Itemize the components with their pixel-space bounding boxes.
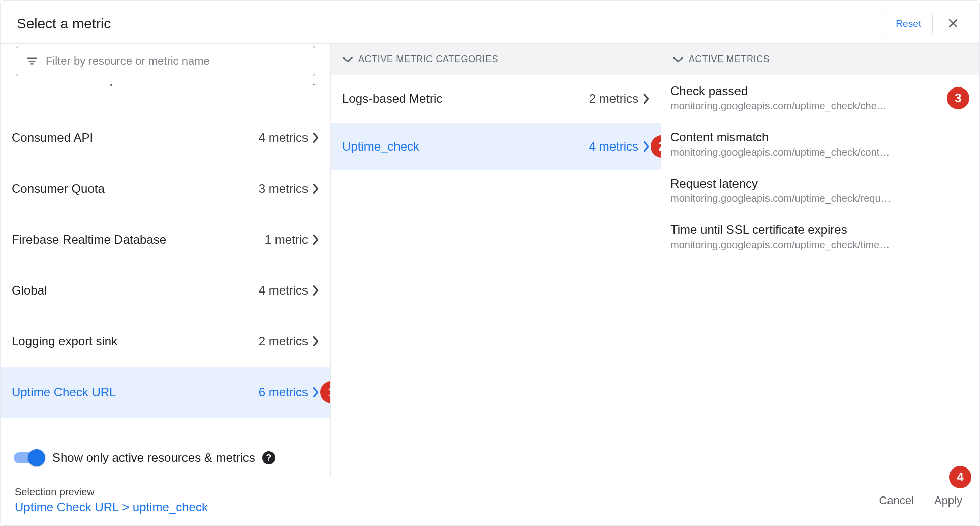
resource-metrics-count: 3 metrics	[259, 182, 319, 196]
metrics-list: Check passed monitoring.googleapis.com/u…	[661, 75, 979, 477]
resource-row[interactable]: Logging export sink 2 metrics	[1, 316, 330, 367]
categories-header[interactable]: ACTIVE METRIC CATEGORIES	[331, 44, 661, 75]
chevron-right-icon	[312, 285, 319, 296]
header-actions: Reset	[884, 13, 963, 35]
resource-name: Global	[12, 283, 47, 298]
filter-input-container[interactable]	[16, 46, 315, 76]
category-row[interactable]: Logs-based Metric 2 metrics	[331, 75, 661, 123]
chevron-right-icon	[642, 141, 650, 152]
resources-column: Cloud Pub/Sub Topic 3 metrics Consumed A…	[1, 44, 331, 477]
col-header-label: ACTIVE METRICS	[689, 54, 770, 65]
chevron-right-icon	[312, 84, 319, 85]
resource-metrics-count: 2 metrics	[259, 334, 319, 348]
resource-metrics-count: 3 metrics	[259, 84, 319, 87]
dialog-header: Select a metric Reset	[1, 1, 979, 43]
chevron-right-icon	[312, 183, 319, 194]
resource-name: Consumed API	[12, 131, 93, 145]
toggle-label: Show only active resources & metrics	[52, 451, 255, 465]
dialog-footer: Selection preview Uptime Check URL > upt…	[1, 477, 979, 525]
resource-row-selected[interactable]: Uptime Check URL 6 metrics 1	[1, 367, 330, 418]
close-button[interactable]	[943, 13, 963, 35]
resource-metrics-count: 4 metrics	[259, 131, 319, 145]
metric-selector-dialog: Select a metric Reset	[0, 0, 980, 526]
chevron-right-icon	[312, 336, 319, 347]
filter-input[interactable]	[46, 54, 305, 68]
toggle-area: Show only active resources & metrics ?	[1, 439, 330, 477]
chevron-down-icon	[672, 56, 684, 63]
metric-path: monitoring.googleapis.com/uptime_check/r…	[670, 193, 967, 204]
dialog-body: Cloud Pub/Sub Topic 3 metrics Consumed A…	[1, 43, 979, 525]
category-name: Logs-based Metric	[342, 92, 442, 106]
metric-row[interactable]: Request latency monitoring.googleapis.co…	[661, 167, 979, 214]
category-row-selected[interactable]: Uptime_check 4 metrics 2	[331, 123, 661, 170]
columns: Cloud Pub/Sub Topic 3 metrics Consumed A…	[1, 43, 979, 477]
resource-name: Consumer Quota	[12, 182, 105, 196]
annotation-badge-2: 2	[651, 135, 661, 158]
metric-name: Check passed	[670, 84, 967, 98]
col-header-label: ACTIVE METRIC CATEGORIES	[358, 54, 498, 65]
metrics-header[interactable]: ACTIVE METRICS	[661, 44, 979, 75]
filter-wrap	[1, 46, 330, 84]
cancel-button[interactable]: Cancel	[879, 494, 913, 507]
resource-row[interactable]: Global 4 metrics	[1, 265, 330, 316]
footer-actions: Cancel Apply	[879, 494, 962, 507]
resource-name: Firebase Realtime Database	[12, 232, 166, 247]
resource-metrics-count: 4 metrics	[259, 283, 319, 298]
resource-metrics-count: 1 metric	[265, 232, 319, 247]
metric-row[interactable]: Content mismatch monitoring.googleapis.c…	[661, 121, 979, 167]
resource-name: Cloud Pub/Sub Topic	[12, 84, 126, 87]
resources-list: Cloud Pub/Sub Topic 3 metrics Consumed A…	[1, 84, 330, 439]
category-metrics-count: 4 metrics	[589, 139, 650, 154]
metric-name: Content mismatch	[670, 130, 967, 144]
chevron-down-icon	[342, 56, 353, 63]
metric-path: monitoring.googleapis.com/uptime_check/c…	[670, 100, 967, 112]
chevron-right-icon	[312, 234, 319, 245]
dialog-title: Select a metric	[17, 16, 111, 32]
resource-metrics-count: 6 metrics	[259, 385, 319, 399]
resource-name: Logging export sink	[12, 334, 117, 348]
preview-value: Uptime Check URL > uptime_check	[15, 500, 208, 514]
toggle-thumb	[28, 449, 45, 466]
resource-row[interactable]: Cloud Pub/Sub Topic 3 metrics	[1, 84, 330, 112]
apply-button[interactable]: Apply	[934, 494, 962, 507]
filter-icon	[25, 54, 39, 68]
chevron-right-icon	[312, 132, 319, 143]
chevron-right-icon	[642, 93, 650, 104]
metric-path: monitoring.googleapis.com/uptime_check/t…	[670, 239, 967, 251]
chevron-right-icon	[312, 387, 319, 398]
close-icon	[946, 16, 960, 31]
category-metrics-count: 2 metrics	[589, 92, 650, 106]
resource-row[interactable]: Consumer Quota 3 metrics	[1, 163, 330, 214]
metric-row[interactable]: Time until SSL certificate expires monit…	[661, 214, 979, 260]
selection-preview: Selection preview Uptime Check URL > upt…	[15, 486, 208, 514]
annotation-badge-4: 4	[949, 466, 971, 488]
annotation-badge-1: 1	[320, 381, 330, 403]
metric-name: Time until SSL certificate expires	[670, 223, 967, 237]
categories-list: Logs-based Metric 2 metrics Uptime_check…	[331, 75, 661, 477]
metrics-column: ACTIVE METRICS Check passed monitoring.g…	[661, 44, 979, 477]
resource-row[interactable]: Consumed API 4 metrics	[1, 112, 330, 163]
reset-button[interactable]: Reset	[884, 13, 933, 35]
resource-row[interactable]: Firebase Realtime Database 1 metric	[1, 214, 330, 265]
metric-name: Request latency	[670, 177, 967, 191]
annotation-badge-3: 3	[947, 87, 969, 109]
category-name: Uptime_check	[342, 139, 419, 154]
help-icon[interactable]: ?	[262, 451, 275, 464]
active-only-toggle[interactable]	[14, 449, 45, 466]
categories-column: ACTIVE METRIC CATEGORIES Logs-based Metr…	[331, 44, 661, 477]
resource-name: Uptime Check URL	[12, 385, 116, 399]
metric-row[interactable]: Check passed monitoring.googleapis.com/u…	[661, 75, 979, 121]
metric-path: monitoring.googleapis.com/uptime_check/c…	[670, 147, 967, 158]
preview-label: Selection preview	[15, 486, 208, 498]
